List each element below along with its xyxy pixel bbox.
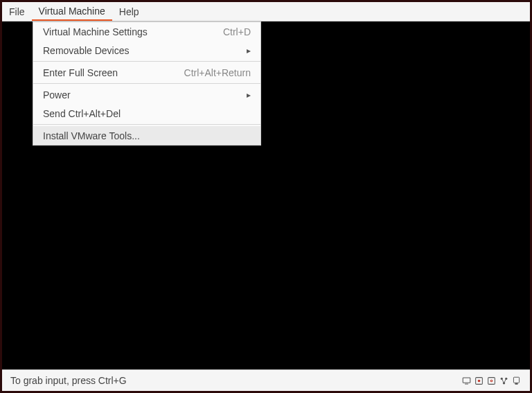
svg-rect-1 <box>465 383 468 384</box>
menu-item-removable-devices[interactable]: Removable Devices ▸ <box>33 41 260 60</box>
menu-vm-label: Virtual Machine <box>39 6 105 17</box>
svg-rect-10 <box>513 377 519 383</box>
menu-file-label: File <box>9 6 25 17</box>
menu-item-power[interactable]: Power ▸ <box>33 85 260 104</box>
menu-item-vm-settings[interactable]: Virtual Machine Settings Ctrl+D <box>33 22 260 41</box>
menubar: File Virtual Machine Help <box>2 2 530 21</box>
monitor-icon[interactable] <box>461 376 472 386</box>
status-icons <box>461 376 522 386</box>
svg-rect-11 <box>515 383 517 384</box>
menu-file[interactable]: File <box>2 2 32 21</box>
statusbar: To grab input, press Ctrl+G <box>2 369 530 391</box>
menu-item-send-ctrl-alt-del[interactable]: Send Ctrl+Alt+Del <box>33 104 260 123</box>
menu-item-label: Removable Devices <box>43 45 241 56</box>
hard-disk-icon[interactable] <box>474 376 484 386</box>
menu-item-label: Send Ctrl+Alt+Del <box>43 108 251 119</box>
chevron-right-icon: ▸ <box>247 46 251 55</box>
menu-help[interactable]: Help <box>112 2 146 21</box>
menu-virtual-machine[interactable]: Virtual Machine <box>32 2 112 21</box>
network-adapter-icon[interactable] <box>499 376 509 386</box>
menu-item-label: Enter Full Screen <box>43 67 184 78</box>
menu-separator <box>33 124 260 125</box>
virtual-machine-dropdown: Virtual Machine Settings Ctrl+D Removabl… <box>33 21 261 146</box>
menu-item-enter-full-screen[interactable]: Enter Full Screen Ctrl+Alt+Return <box>33 63 260 82</box>
menu-separator <box>33 83 260 84</box>
menu-item-accelerator: Ctrl+Alt+Return <box>184 67 251 78</box>
menu-separator <box>33 61 260 62</box>
svg-point-3 <box>478 379 481 382</box>
menu-item-label: Virtual Machine Settings <box>43 26 223 37</box>
cd-dvd-icon[interactable] <box>486 376 497 386</box>
svg-point-6 <box>491 380 492 381</box>
menu-item-accelerator: Ctrl+D <box>223 26 251 37</box>
vm-window: File Virtual Machine Help Virtual Machin… <box>2 2 530 391</box>
menu-item-label: Install VMware Tools... <box>43 130 251 141</box>
status-text: To grab input, press Ctrl+G <box>10 375 461 386</box>
chevron-right-icon: ▸ <box>247 90 251 100</box>
svg-rect-0 <box>463 378 470 383</box>
sound-card-icon[interactable] <box>511 376 522 386</box>
menu-help-label: Help <box>119 6 139 17</box>
menu-item-label: Power <box>43 89 241 101</box>
menu-item-install-vmware-tools[interactable]: Install VMware Tools... <box>33 126 260 145</box>
